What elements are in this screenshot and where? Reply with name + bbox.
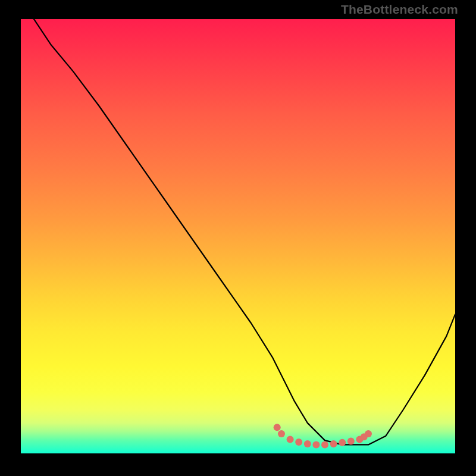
trough-marker bbox=[304, 440, 311, 447]
trough-marker bbox=[278, 430, 285, 437]
trough-markers bbox=[274, 424, 372, 448]
trough-marker bbox=[321, 441, 328, 448]
trough-marker bbox=[295, 439, 302, 446]
plot-area bbox=[21, 19, 455, 453]
trough-marker bbox=[274, 424, 281, 431]
trough-marker bbox=[287, 436, 294, 443]
trough-marker bbox=[312, 441, 320, 448]
trough-marker bbox=[365, 430, 372, 437]
trough-marker bbox=[361, 433, 368, 440]
trough-marker bbox=[347, 438, 355, 445]
trough-marker bbox=[356, 436, 363, 443]
watermark-label: TheBottleneck.com bbox=[341, 2, 458, 17]
bottleneck-curve bbox=[34, 19, 455, 444]
curve-svg bbox=[21, 19, 455, 453]
trough-marker bbox=[330, 440, 337, 447]
chart-container: TheBottleneck.com bbox=[0, 0, 476, 476]
trough-marker bbox=[339, 439, 346, 446]
